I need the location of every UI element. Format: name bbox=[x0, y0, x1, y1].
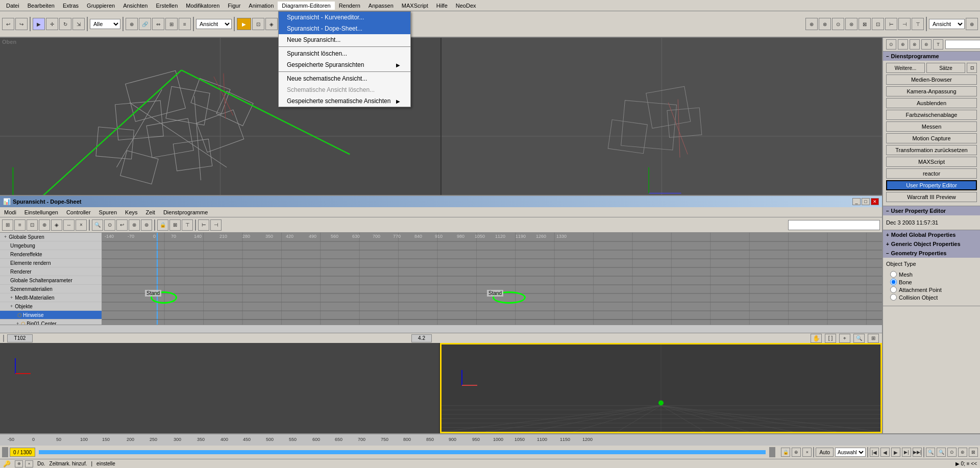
dope-tool-1[interactable]: ⊞ bbox=[2, 219, 13, 231]
menu-bearbeiten[interactable]: Bearbeiten bbox=[23, 2, 59, 10]
track-objekte[interactable]: + Objekte bbox=[0, 302, 102, 311]
dope-tool-15[interactable]: ⊤ bbox=[182, 219, 193, 231]
rotate-btn[interactable]: ↻ bbox=[59, 18, 71, 30]
dropdown-item-gespeicherte-schematische[interactable]: Gespeicherte schematische Ansichten ▶ bbox=[279, 95, 410, 107]
render-btn[interactable]: ▶ bbox=[237, 18, 251, 30]
btn-transformation[interactable]: Transformation zurücksetzen bbox=[886, 145, 977, 155]
menu-figur[interactable]: Figur bbox=[224, 2, 244, 10]
btn-motion-capture[interactable]: Motion Capture bbox=[886, 133, 977, 143]
dope-menu-modi[interactable]: Modi bbox=[0, 208, 20, 216]
anim-icon-extra-2[interactable]: ⊛ bbox=[958, 448, 967, 457]
dope-tool-6[interactable]: ↔ bbox=[63, 219, 75, 231]
rp-selection-label[interactable]: Mehrere ausgewählt bbox=[945, 40, 980, 49]
undo-btn[interactable]: ↩ bbox=[2, 18, 14, 30]
dope-tool-5[interactable]: ◈ bbox=[51, 219, 62, 231]
section-model-global[interactable]: + Model Global Properties bbox=[883, 230, 980, 239]
toolbar-icon-1[interactable]: ⊕ bbox=[805, 18, 818, 30]
dope-tool-17[interactable]: ⊣ bbox=[210, 219, 222, 231]
track-hinweise[interactable]: ⬡ Hinweise bbox=[0, 311, 102, 319]
dope-menu-keys[interactable]: Keys bbox=[121, 208, 141, 216]
dope-maximize-btn[interactable]: □ bbox=[862, 198, 870, 205]
btn-farbzwischenablage[interactable]: Farbzwischenablage bbox=[886, 110, 977, 120]
toolbar-icon-2[interactable]: ⊗ bbox=[819, 18, 831, 30]
toolbar-icon-6[interactable]: ⊡ bbox=[872, 18, 884, 30]
track-bip01-center[interactable]: + ⬡ Bip01 Center bbox=[0, 319, 102, 325]
anim-next-frame[interactable]: ▶| bbox=[902, 448, 911, 457]
track-rendereffekte[interactable]: Rendereffekte bbox=[0, 250, 102, 259]
section-generic-object[interactable]: + Generic Object Properties bbox=[883, 239, 980, 249]
menu-ansichten[interactable]: Ansichten bbox=[119, 2, 152, 10]
dope-tool-8[interactable]: 🔍 bbox=[92, 219, 103, 231]
track-globale-schalten[interactable]: Globale Schaltenparameter bbox=[0, 276, 102, 285]
radio-bone[interactable] bbox=[890, 279, 897, 285]
radio-attachment[interactable] bbox=[890, 286, 897, 293]
menu-datei[interactable]: Datei bbox=[2, 2, 23, 10]
btn-weitere[interactable]: Weitere... bbox=[886, 63, 925, 73]
anim-prev-start[interactable]: |◀ bbox=[870, 448, 879, 457]
dope-hand-tool[interactable]: ✋ bbox=[811, 334, 822, 343]
toolbar-icon-7[interactable]: ⊢ bbox=[885, 18, 897, 30]
menu-hilfe[interactable]: Hilfe bbox=[432, 2, 452, 10]
dope-tool-14[interactable]: ⊠ bbox=[169, 219, 181, 231]
dope-tool-13[interactable]: 🔒 bbox=[157, 219, 168, 231]
scale-btn[interactable]: ⇲ bbox=[72, 18, 85, 30]
viewport-top-right[interactable] bbox=[442, 38, 882, 195]
menu-maxscript[interactable]: MAXScript bbox=[398, 2, 432, 10]
key-mode-btn[interactable]: 🔒 bbox=[781, 448, 790, 457]
btn-warcraft-preview[interactable]: Warcraft III Preview bbox=[886, 192, 977, 202]
viewport-bottom-left[interactable] bbox=[0, 343, 440, 433]
anim-zoom-in[interactable]: 🔍 bbox=[926, 448, 935, 457]
section-user-property[interactable]: – User Property Editor bbox=[883, 206, 980, 215]
menu-gruppieren[interactable]: Gruppieren bbox=[83, 2, 119, 10]
select-btn[interactable]: ▶ bbox=[33, 18, 45, 30]
status-btn-1[interactable]: ⊕ bbox=[15, 460, 23, 467]
viewport-bottom-right[interactable] bbox=[440, 343, 882, 433]
btn-reactor[interactable]: reactor bbox=[886, 168, 977, 179]
array-btn[interactable]: ⊞ bbox=[165, 18, 178, 30]
track-globale-spuren[interactable]: + Globale Spuren bbox=[0, 233, 102, 241]
dropdown-item-loeschen[interactable]: Spuransicht löschen... bbox=[279, 48, 410, 59]
link-btn[interactable]: 🔗 bbox=[139, 18, 151, 30]
dropdown-item-neue-spuransicht[interactable]: Neue Spuransicht... bbox=[279, 34, 410, 45]
rp-icon-2[interactable]: ⊕ bbox=[898, 39, 908, 50]
dope-pos-input[interactable] bbox=[411, 334, 432, 342]
dope-tool-3[interactable]: ⊡ bbox=[27, 219, 38, 231]
track-renderer[interactable]: Renderer bbox=[0, 267, 102, 276]
btn-auto[interactable]: Auto bbox=[816, 448, 834, 457]
dope-menu-spuren[interactable]: Spuren bbox=[95, 208, 121, 216]
viewport-select-right[interactable]: Ansicht bbox=[929, 19, 965, 29]
radio-bone-label[interactable]: Bone bbox=[890, 279, 973, 285]
dope-tool-9[interactable]: ⊙ bbox=[104, 219, 115, 231]
radio-attachment-label[interactable]: Attachment Point bbox=[890, 286, 973, 293]
dope-tool-10[interactable]: ↩ bbox=[116, 219, 128, 231]
rp-icon-4[interactable]: ⊛ bbox=[921, 39, 932, 50]
btn-kamera-anpassung[interactable]: Kamera-Anpassung bbox=[886, 86, 977, 96]
dropdown-item-kurveneditor[interactable]: Spuransicht - Kurveneditor... bbox=[279, 12, 410, 23]
dope-menu-einstellungen[interactable]: Einstellungen bbox=[20, 208, 62, 216]
menu-anpassen[interactable]: Anpassen bbox=[364, 2, 398, 10]
select-auswahl[interactable]: Auswahl bbox=[835, 448, 866, 457]
anim-icon-extra-3[interactable]: ⊠ bbox=[969, 448, 978, 457]
dope-tool-12[interactable]: ⊛ bbox=[141, 219, 152, 231]
radio-mesh[interactable] bbox=[890, 271, 897, 278]
key-btn-2[interactable]: ⊕ bbox=[792, 448, 801, 457]
dope-zoom-fit-btn[interactable]: ⊞ bbox=[868, 334, 879, 343]
mirror-btn[interactable]: ⇔ bbox=[152, 18, 164, 30]
dropdown-item-dope-sheet[interactable]: Spuransicht - Dope-Sheet... bbox=[279, 23, 410, 34]
dope-tool-11[interactable]: ⊗ bbox=[129, 219, 140, 231]
dope-scroll-left[interactable] bbox=[3, 335, 4, 342]
dope-zoom-tool[interactable]: [ ] bbox=[825, 334, 836, 343]
menu-modifikatoren[interactable]: Modifikatoren bbox=[182, 2, 224, 10]
section-dienstprogramme[interactable]: – Dienstprogramme bbox=[883, 52, 980, 61]
viewport-extra[interactable]: ⊕ bbox=[966, 18, 978, 30]
timeline-scroll-right[interactable] bbox=[769, 447, 775, 457]
select-filter[interactable]: Alle bbox=[90, 19, 120, 29]
dropdown-item-gespeicherte-spur[interactable]: Gespeicherte Spuransichten ▶ bbox=[279, 59, 410, 70]
align-btn[interactable]: ≡ bbox=[179, 18, 191, 30]
dope-frame-input[interactable] bbox=[7, 334, 33, 342]
rp-icon-5[interactable]: T bbox=[933, 39, 943, 50]
radio-mesh-label[interactable]: Mesh bbox=[890, 271, 973, 278]
dope-menu-dienstprogramme[interactable]: Dienstprogramme bbox=[159, 208, 212, 216]
move-btn[interactable]: ✛ bbox=[46, 18, 58, 30]
material-editor-btn[interactable]: ◈ bbox=[265, 18, 278, 30]
